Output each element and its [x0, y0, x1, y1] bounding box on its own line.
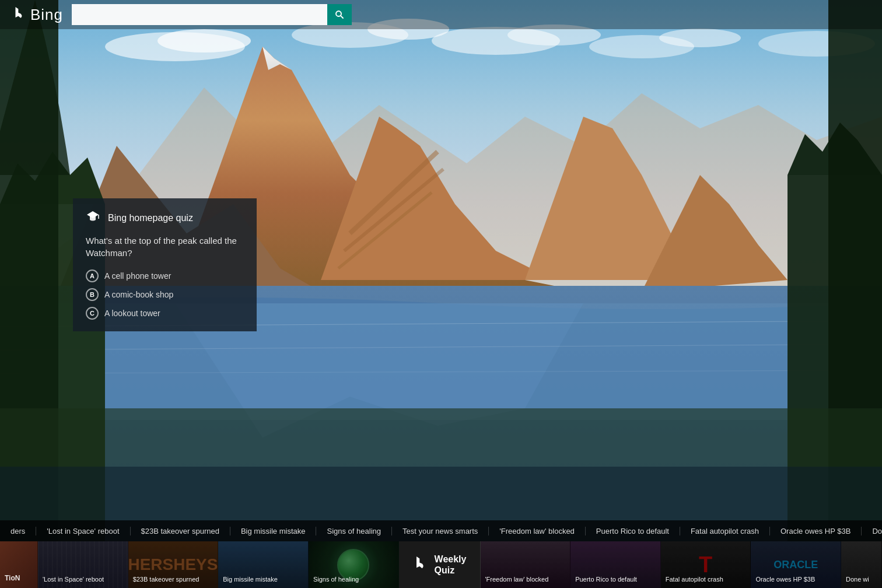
news-card-missile[interactable]: Big missile mistake — [218, 541, 309, 588]
quiz-mortarboard-icon — [86, 210, 102, 226]
weekly-quiz-inner: Weekly Quiz — [412, 554, 467, 576]
ticker-item-1[interactable]: 'Lost in Space' reboot — [36, 527, 130, 536]
bing-b-icon — [12, 7, 27, 22]
header: Bing — [0, 0, 882, 29]
quiz-option-b[interactable]: B A comic-book shop — [86, 288, 244, 301]
news-card-label-puertorico: Puerto Rico to default — [575, 575, 656, 583]
quiz-panel: Bing homepage quiz What's at the top of … — [73, 198, 257, 331]
ticker-item-8[interactable]: Fatal autopilot crash — [680, 527, 770, 536]
news-card-tesla[interactable]: T Fatal autopilot crash — [661, 541, 751, 588]
search-input[interactable] — [72, 4, 327, 25]
quiz-label: Quiz — [435, 565, 467, 576]
svg-point-2 — [158, 29, 251, 52]
option-b-circle: B — [86, 288, 99, 301]
search-icon — [334, 9, 345, 20]
bing-label: Bing — [30, 6, 63, 24]
news-card-partial-right[interactable]: Done wi — [841, 541, 882, 588]
quiz-option-a[interactable]: A A cell phone tower — [86, 270, 244, 282]
ticker-item-6[interactable]: 'Freedom law' blocked — [489, 527, 586, 536]
ticker-item-10[interactable]: Done wi — [862, 527, 882, 536]
ticker-item-5[interactable]: Test your news smarts — [392, 527, 489, 536]
ticker-item-2[interactable]: $23B takeover spurned — [131, 527, 230, 536]
option-c-text: A lookout tower — [104, 309, 160, 318]
news-card-healing[interactable]: Signs of healing — [309, 541, 399, 588]
quiz-title: Bing homepage quiz — [108, 213, 193, 223]
ticker-item-4[interactable]: Signs of healing — [316, 527, 392, 536]
quiz-header: Bing homepage quiz — [86, 210, 244, 226]
news-card-label-takeover: $23B takeover spurned — [133, 575, 214, 583]
ticker-item-3[interactable]: Big missile mistake — [230, 527, 317, 536]
news-card-partial-left[interactable]: TioN — [0, 541, 38, 588]
news-card-lost-in-space[interactable]: 'Lost in Space' reboot — [38, 541, 128, 588]
option-a-circle: A — [86, 270, 99, 282]
ticker-items: ders 'Lost in Space' reboot $23B takeove… — [0, 527, 882, 536]
news-card-takeover[interactable]: HERSHEYS $23B takeover spurned — [128, 541, 219, 588]
news-card-label-tesla: Fatal autopilot crash — [666, 575, 746, 583]
ticker-item-0[interactable]: ders — [0, 527, 36, 536]
news-card-label-donewi: Done wi — [846, 575, 877, 583]
weekly-quiz-card[interactable]: Weekly Quiz — [399, 541, 481, 588]
weekly-quiz-text: Weekly Quiz — [435, 554, 467, 576]
search-bar — [72, 4, 352, 25]
news-ticker: ders 'Lost in Space' reboot $23B takeove… — [0, 520, 882, 541]
quiz-question: What's at the top of the peak called the… — [86, 235, 244, 259]
news-card-puertorico[interactable]: Puerto Rico to default — [570, 541, 661, 588]
svg-line-25 — [341, 16, 343, 18]
ticker-item-7[interactable]: Puerto Rico to default — [586, 527, 680, 536]
news-card-label-healing: Signs of healing — [313, 575, 394, 583]
ticker-item-9[interactable]: Oracle owes HP $3B — [770, 527, 862, 536]
news-card-oracle[interactable]: ORACLE Oracle owes HP $3B — [751, 541, 841, 588]
news-card-label-missile: Big missile mistake — [223, 575, 303, 583]
bing-logo-weekly — [412, 556, 429, 573]
news-card-label-freedom: 'Freedom law' blocked — [485, 575, 566, 583]
weekly-label: Weekly — [435, 554, 467, 565]
search-button[interactable] — [327, 4, 352, 25]
svg-point-8 — [659, 29, 741, 47]
option-b-text: A comic-book shop — [104, 290, 173, 299]
news-card-label-oracle: Oracle owes HP $3B — [755, 575, 836, 583]
quiz-option-c[interactable]: C A lookout tower — [86, 307, 244, 320]
option-c-circle: C — [86, 307, 99, 320]
news-card-freedom[interactable]: 'Freedom law' blocked — [481, 541, 571, 588]
news-card-label-lost: 'Lost in Space' reboot — [43, 575, 123, 583]
news-strip: TioN 'Lost in Space' reboot HERSHEYS $23… — [0, 541, 882, 588]
bing-logo[interactable]: Bing — [12, 6, 63, 24]
quiz-options: A A cell phone tower B A comic-book shop… — [86, 270, 244, 320]
option-a-text: A cell phone tower — [104, 271, 171, 281]
news-card-label-tionleft: TioN — [5, 574, 33, 583]
